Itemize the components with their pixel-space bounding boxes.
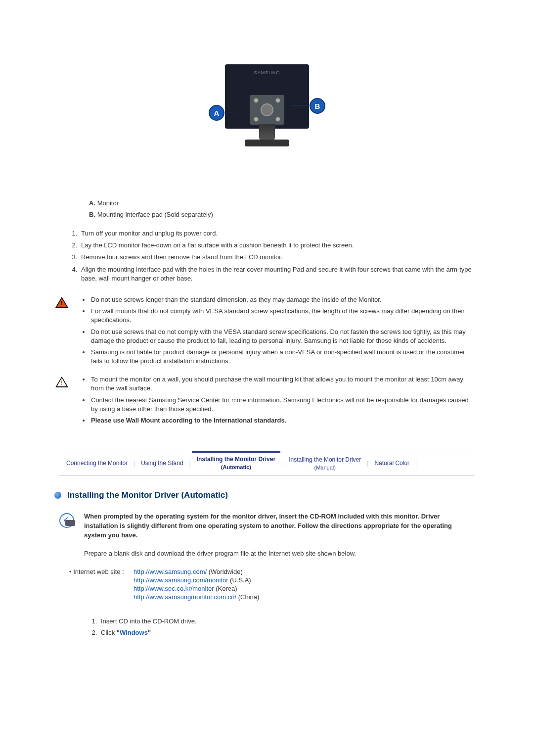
link-samsung-korea[interactable]: http://www.sec.co.kr/monitor: [134, 585, 214, 592]
driver-prompt-text: When prompted by the operating system fo…: [84, 512, 475, 540]
mount-steps: Turn off your monitor and unplug its pow…: [59, 228, 475, 285]
tab-natural-color[interactable]: Natural Color: [369, 459, 414, 469]
marker-b: B: [310, 98, 325, 114]
legend-a: A. Monitor: [89, 199, 475, 207]
mounting-pad: [250, 95, 284, 125]
list-item: To mount the monitor on a wall, you shou…: [90, 375, 475, 395]
list-item: Remove four screws and then remove the s…: [79, 252, 475, 264]
list-item: For wall mounts that do not comply with …: [90, 306, 475, 327]
warning-list-2: To mount the monitor on a wall, you shou…: [79, 375, 475, 427]
bullet-icon: [54, 492, 61, 499]
windows-link[interactable]: Windows: [120, 629, 148, 636]
link-samsung-usa[interactable]: http://www.samsung.com/monitor: [134, 576, 228, 584]
warning-icon: !: [55, 375, 79, 387]
warning-list-1: Do not use screws longer than the standa…: [79, 295, 475, 368]
list-item: Lay the LCD monitor face-down on a flat …: [79, 240, 475, 252]
monitor-illustration: SAMSUNG A B: [203, 59, 331, 158]
list-item: Insert CD into the CD-ROM drive.: [99, 616, 475, 627]
tab-install-driver-auto[interactable]: Installing the Monitor Driver (Automatic…: [192, 451, 280, 472]
warning-icon: !: [55, 295, 79, 308]
tab-connecting-monitor[interactable]: Connecting the Monitor: [61, 459, 133, 469]
list-item: Do not use screws longer than the standa…: [90, 295, 475, 306]
legend-b: B. Mounting interface pad (Sold separate…: [89, 211, 475, 218]
section-tabs: Connecting the Monitor | Using the Stand…: [59, 452, 475, 475]
list-item: Please use Wall Mount according to the I…: [90, 416, 475, 427]
section-title: Installing the Monitor Driver (Automatic…: [67, 490, 228, 500]
cd-icon: ✓: [59, 512, 84, 528]
list-item: Turn off your monitor and unplug its pow…: [79, 228, 475, 240]
marker-a: A: [209, 105, 224, 121]
tab-install-driver-manual[interactable]: Installing the Monitor Driver (Manual): [284, 455, 366, 472]
link-samsung-worldwide[interactable]: http://www.samsung.com/: [134, 568, 207, 575]
list-item: Do not use screws that do not comply wit…: [90, 327, 475, 347]
prepare-text: Prepare a blank disk and download the dr…: [59, 549, 475, 559]
mounting-figure: SAMSUNG A B: [59, 59, 475, 160]
tab-using-stand[interactable]: Using the Stand: [136, 459, 188, 469]
link-samsung-china[interactable]: http://www.samsungmonitor.com.cn/: [134, 593, 236, 601]
list-item: Align the mounting interface pad with th…: [79, 264, 475, 285]
internet-site-links: http://www.samsung.com/ (Worldwide) http…: [134, 568, 259, 602]
driver-steps: Insert CD into the CD-ROM drive. Click "…: [89, 616, 475, 638]
list-item: Click "Windows": [99, 628, 475, 639]
internet-site-label: • Internet web site :: [69, 568, 134, 602]
list-item: Samsung is not liable for product damage…: [90, 347, 475, 368]
monitor-logo: SAMSUNG: [254, 70, 280, 75]
list-item: Contact the nearest Samsung Service Cent…: [90, 395, 475, 416]
